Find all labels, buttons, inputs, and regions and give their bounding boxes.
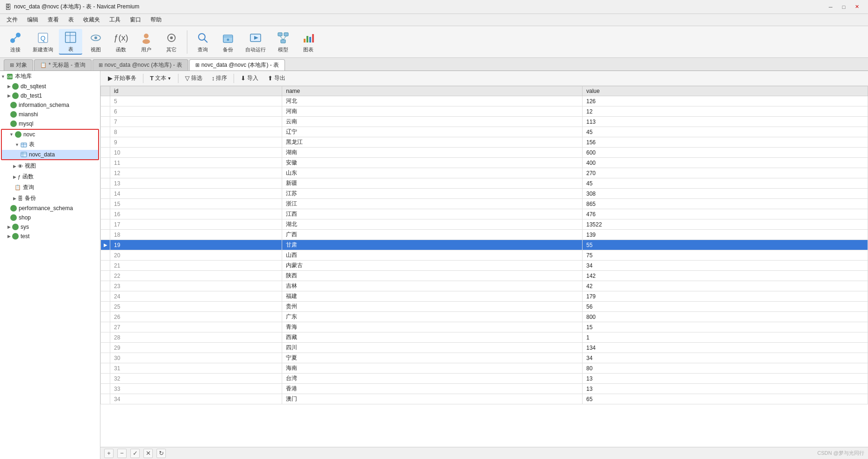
novc-data-table-icon — [21, 151, 27, 158]
close-button[interactable]: ✕ — [850, 2, 863, 12]
tab-compare[interactable]: ⊞ 对象 — [4, 59, 33, 71]
toolbar-backup[interactable]: 备份 — [216, 29, 240, 54]
table-row[interactable]: 29四川134 — [101, 343, 868, 353]
sidebar-item-db-sqltest[interactable]: ▶ db_sqltest — [0, 82, 100, 91]
sidebar-item-mysql[interactable]: mysql — [0, 119, 100, 128]
toolbar-function[interactable]: ƒ(x) 函数 — [109, 29, 133, 54]
table-row[interactable]: 31海南80 — [101, 363, 868, 374]
table-row[interactable]: 9黑龙江156 — [101, 137, 868, 148]
sidebar-item-novc-data[interactable]: novc_data — [2, 150, 98, 159]
table-row[interactable]: 20山西75 — [101, 250, 868, 261]
tab-table2[interactable]: ⊞ novc_data @novc (本地库) - 表 — [189, 59, 285, 71]
table-row[interactable]: 10湖南600 — [101, 148, 868, 158]
add-row-button[interactable]: + — [104, 449, 114, 458]
toolbar-query[interactable]: 查询 — [191, 29, 214, 54]
sidebar-item-novc[interactable]: ▼ novc — [2, 130, 98, 139]
data-table-container[interactable]: id name value 5河北1266河南127云南1138辽宁459黑龙江… — [100, 86, 868, 447]
action-separator3 — [234, 74, 234, 83]
table-row[interactable]: 24福建179 — [101, 291, 868, 302]
table-row[interactable]: 30宁夏34 — [101, 353, 868, 363]
sidebar-item-sys[interactable]: ▶ sys — [0, 222, 100, 232]
sidebar-root[interactable]: ▼ DB 本地库 — [0, 71, 100, 82]
table-row[interactable]: 26广东800 — [101, 312, 868, 322]
table-row[interactable]: 13新疆45 — [101, 178, 868, 189]
table-row[interactable]: 16江西476 — [101, 209, 868, 219]
toolbar-table[interactable]: 表 — [59, 29, 82, 55]
sidebar-item-db-test1[interactable]: ▶ db_test1 — [0, 91, 100, 100]
menu-item-window[interactable]: 窗口 — [125, 14, 146, 25]
sidebar-item-performance-schema[interactable]: performance_schema — [0, 204, 100, 213]
sidebar-item-views[interactable]: ▶ 👁 视图 — [0, 161, 100, 171]
sidebar-item-mianshi[interactable]: mianshi — [0, 110, 100, 119]
table-row[interactable]: 14江苏308 — [101, 189, 868, 199]
tab-table1[interactable]: ⊞ novc_data @novc (本地库) - 表 — [92, 59, 188, 71]
table-row[interactable]: 5河北126 — [101, 96, 868, 106]
col-value[interactable]: value — [583, 86, 868, 96]
table-row[interactable]: 18广西139 — [101, 230, 868, 240]
col-name[interactable]: name — [282, 86, 583, 96]
toolbar-user[interactable]: 用户 — [135, 29, 158, 54]
toolbar-autorun[interactable]: 自动运行 — [242, 29, 270, 54]
table-row[interactable]: 27青海15 — [101, 322, 868, 332]
confirm-button[interactable]: ✓ — [130, 449, 140, 458]
menu-item-tools[interactable]: 工具 — [105, 14, 125, 25]
toolbar-view[interactable]: 视图 — [84, 29, 107, 54]
row-indicator-cell — [101, 343, 110, 353]
table-row[interactable]: 6河南12 — [101, 106, 868, 117]
remove-row-button[interactable]: − — [117, 449, 127, 458]
table-row[interactable]: 33香港13 — [101, 384, 868, 394]
sidebar-item-queries[interactable]: 📋 查询 — [0, 182, 100, 193]
table-row[interactable]: 11安徽400 — [101, 158, 868, 168]
col-id[interactable]: id — [110, 86, 282, 96]
toolbar-new-query[interactable]: Q 新建查询 — [29, 29, 57, 54]
table-row[interactable]: 28西藏1 — [101, 332, 868, 343]
tab-query-untitled[interactable]: 📋 * 无标题 - 查询 — [34, 59, 92, 71]
begin-transaction-button[interactable]: ▶ 开始事务 — [104, 73, 140, 84]
svg-rect-5 — [65, 32, 76, 42]
cancel-row-button[interactable]: ✕ — [143, 449, 153, 458]
table-row[interactable]: 32台湾13 — [101, 374, 868, 384]
sidebar-item-test[interactable]: ▶ test — [0, 232, 100, 241]
table-row[interactable]: 21内蒙古34 — [101, 261, 868, 271]
menu-item-table[interactable]: 表 — [64, 14, 78, 25]
toolbar-connect[interactable]: 连接 — [4, 29, 27, 54]
table-row[interactable]: 17湖北13522 — [101, 219, 868, 230]
title-text: novc_data @novc (本地库) - 表 - Navicat Prem… — [14, 3, 824, 11]
maximize-button[interactable]: □ — [837, 2, 850, 12]
table-row[interactable]: 34澳门65 — [101, 394, 868, 404]
minimize-button[interactable]: ─ — [824, 2, 837, 12]
table-row[interactable]: 23吉林42 — [101, 281, 868, 291]
menu-item-help[interactable]: 帮助 — [146, 14, 166, 25]
filter-button[interactable]: ▽ 筛选 — [181, 73, 206, 84]
toolbar-other[interactable]: 其它 — [160, 29, 183, 54]
sidebar-item-functions[interactable]: ▶ ƒ 函数 — [0, 171, 100, 182]
sort-button[interactable]: ↕ 排序 — [208, 73, 231, 84]
table-row[interactable]: 22陕西142 — [101, 271, 868, 281]
row-value-cell: 80 — [583, 363, 868, 374]
menu-item-favorites[interactable]: 收藏夹 — [78, 14, 105, 25]
sidebar-item-information-schema[interactable]: information_schema — [0, 100, 100, 110]
table-body: 5河北1266河南127云南1138辽宁459黑龙江15610湖南60011安徽… — [101, 96, 868, 404]
sidebar-item-shop[interactable]: shop — [0, 213, 100, 222]
sidebar-item-tables-folder[interactable]: ▼ 表 — [2, 139, 98, 150]
table-row[interactable]: 8辽宁45 — [101, 127, 868, 137]
toolbar-chart[interactable]: 图表 — [297, 29, 320, 54]
row-id-cell: 32 — [110, 374, 282, 384]
svg-line-24 — [283, 36, 286, 40]
table-row[interactable]: 15浙江865 — [101, 199, 868, 209]
refresh-button[interactable]: ↻ — [157, 449, 166, 458]
menu-item-file[interactable]: 文件 — [2, 14, 22, 25]
toolbar-model[interactable]: 模型 — [271, 29, 295, 54]
table-row[interactable]: 25贵州56 — [101, 302, 868, 312]
table-row[interactable]: ▶19甘肃55 — [101, 240, 868, 250]
menu-item-view[interactable]: 查看 — [43, 14, 64, 25]
menu-item-edit[interactable]: 编辑 — [22, 14, 43, 25]
export-button[interactable]: ⬆ 导出 — [264, 73, 289, 84]
text-button[interactable]: T 文本 ▼ — [146, 73, 175, 84]
row-value-cell: 55 — [583, 240, 868, 250]
sidebar-item-backups[interactable]: ▶ 🗄 备份 — [0, 193, 100, 204]
table-row[interactable]: 7云南113 — [101, 117, 868, 127]
view-label: 视图 — [91, 46, 101, 53]
import-button[interactable]: ⬇ 导入 — [237, 73, 262, 84]
table-row[interactable]: 12山东270 — [101, 168, 868, 178]
